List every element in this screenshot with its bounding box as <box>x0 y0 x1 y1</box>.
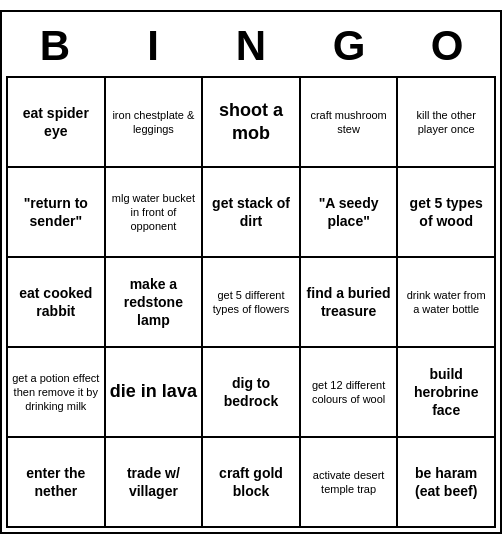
bingo-cell: craft gold block <box>203 438 301 528</box>
bingo-cell: get 5 different types of flowers <box>203 258 301 348</box>
bingo-grid: eat spider eyeiron chestplate & leggings… <box>6 76 496 528</box>
letter-g: G <box>304 22 394 70</box>
bingo-cell: get 5 types of wood <box>398 168 496 258</box>
bingo-cell: craft mushroom stew <box>301 78 399 168</box>
bingo-cell: get a potion effect then remove it by dr… <box>8 348 106 438</box>
bingo-cell: find a buried treasure <box>301 258 399 348</box>
letter-b: B <box>10 22 100 70</box>
bingo-cell: iron chestplate & leggings <box>106 78 204 168</box>
bingo-cell: be haram (eat beef) <box>398 438 496 528</box>
letter-i: I <box>108 22 198 70</box>
bingo-cell: "A seedy place" <box>301 168 399 258</box>
bingo-cell: kill the other player once <box>398 78 496 168</box>
bingo-cell: die in lava <box>106 348 204 438</box>
bingo-cell: get 12 different colours of wool <box>301 348 399 438</box>
bingo-cell: dig to bedrock <box>203 348 301 438</box>
bingo-cell: get stack of dirt <box>203 168 301 258</box>
bingo-cell: "return to sender" <box>8 168 106 258</box>
bingo-cell: eat spider eye <box>8 78 106 168</box>
letter-o: O <box>402 22 492 70</box>
bingo-cell: eat cooked rabbit <box>8 258 106 348</box>
bingo-header: B I N G O <box>6 16 496 76</box>
letter-n: N <box>206 22 296 70</box>
bingo-cell: enter the nether <box>8 438 106 528</box>
bingo-cell: trade w/ villager <box>106 438 204 528</box>
bingo-card: B I N G O eat spider eyeiron chestplate … <box>0 10 502 534</box>
bingo-cell: build herobrine face <box>398 348 496 438</box>
bingo-cell: make a redstone lamp <box>106 258 204 348</box>
bingo-cell: activate desert temple trap <box>301 438 399 528</box>
bingo-cell: shoot a mob <box>203 78 301 168</box>
bingo-cell: drink water from a water bottle <box>398 258 496 348</box>
bingo-cell: mlg water bucket in front of opponent <box>106 168 204 258</box>
